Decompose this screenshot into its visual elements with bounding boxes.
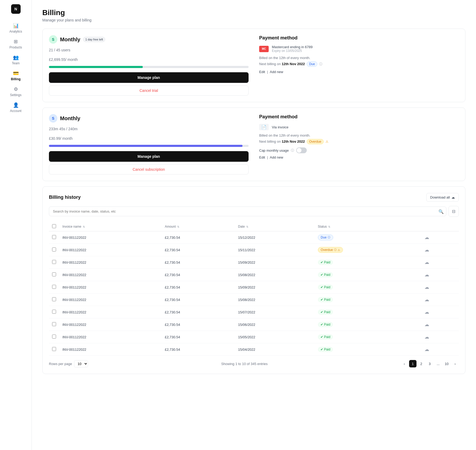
row-download-button[interactable]: ☁ bbox=[424, 334, 429, 340]
search-input[interactable] bbox=[49, 206, 446, 216]
plan1-icon: S bbox=[49, 35, 57, 44]
row-checkbox-9[interactable] bbox=[52, 347, 56, 351]
next-page-button[interactable]: › bbox=[451, 360, 459, 367]
rows-select[interactable]: 10 25 50 bbox=[74, 360, 88, 367]
status-info-icon: ⓘ bbox=[334, 248, 337, 252]
row-download-button[interactable]: ☁ bbox=[424, 346, 429, 352]
billing-history-section: Billing history Download all ☁ 🔍 ⊟ Invoi… bbox=[42, 186, 465, 374]
row-checkbox-1[interactable] bbox=[52, 248, 56, 251]
row-download-cell: ☁ bbox=[421, 331, 459, 343]
plan2-billing-note: Billed on the 12th of every month. bbox=[259, 133, 459, 137]
plan2-invoice-label: Via invoice bbox=[272, 125, 289, 129]
row-download-button[interactable]: ☁ bbox=[424, 259, 429, 265]
download-all-button[interactable]: Download all ☁ bbox=[426, 193, 459, 202]
row-download-button[interactable]: ☁ bbox=[424, 272, 429, 278]
row-checkbox-7[interactable] bbox=[52, 322, 56, 326]
plan1-manage-button[interactable]: Manage plan bbox=[49, 72, 249, 83]
plan2-cancel-button[interactable]: Cancel subscription bbox=[49, 164, 249, 174]
plan2-next-date: 12th Nov 2022 bbox=[282, 140, 305, 143]
row-date: 15/08/2022 bbox=[235, 269, 315, 281]
row-download-cell: ☁ bbox=[421, 269, 459, 281]
page-1-button[interactable]: 1 bbox=[409, 360, 416, 367]
row-checkbox-4[interactable] bbox=[52, 285, 56, 289]
search-icon-button[interactable]: 🔍 bbox=[438, 209, 444, 214]
row-checkbox-2[interactable] bbox=[52, 260, 56, 264]
row-checkbox-0[interactable] bbox=[52, 235, 56, 239]
row-invoice-name: INV-001122022 bbox=[59, 231, 162, 244]
plan2-cap-label: Cap monthly usage bbox=[259, 148, 289, 152]
row-amount: £2,730.54 bbox=[162, 269, 235, 281]
col-checkbox bbox=[49, 222, 59, 231]
table-footer: Rows per page 10 25 50 Showing 1 to 10 o… bbox=[49, 360, 459, 367]
cap-toggle[interactable] bbox=[296, 147, 307, 153]
row-checkbox-cell bbox=[49, 244, 59, 256]
row-download-button[interactable]: ☁ bbox=[424, 309, 429, 315]
row-checkbox-6[interactable] bbox=[52, 310, 56, 314]
row-download-button[interactable]: ☁ bbox=[424, 322, 429, 327]
row-download-cell: ☁ bbox=[421, 256, 459, 269]
select-all-checkbox[interactable] bbox=[52, 224, 56, 228]
plan2-payment-method-row: 📄 Via invoice bbox=[259, 124, 459, 130]
row-download-button[interactable]: ☁ bbox=[424, 247, 429, 253]
sidebar-label-account: Account bbox=[10, 109, 21, 113]
row-download-button[interactable]: ☁ bbox=[424, 284, 429, 290]
row-status-badge: ✔ Paid bbox=[318, 334, 333, 340]
page-2-button[interactable]: 2 bbox=[418, 360, 425, 367]
table-row: INV-001122022 £2,730.54 15/09/2022 ✔ Pai… bbox=[49, 281, 459, 294]
plan1-card-label: Mastercard ending in 6789 bbox=[272, 45, 313, 49]
plan2-payment-title: Payment method bbox=[259, 114, 459, 120]
sidebar-label-products: Products bbox=[10, 46, 22, 49]
row-date: 15/12/2022 bbox=[235, 231, 315, 244]
page-dots-button: ... bbox=[434, 360, 442, 367]
plan2-add-link[interactable]: Add new bbox=[270, 155, 283, 159]
sidebar-label-settings: Settings bbox=[10, 93, 21, 97]
plan1-add-link[interactable]: Add new bbox=[270, 70, 283, 74]
billing-icon: 💳 bbox=[13, 70, 19, 76]
showing-text: Showing 1 to 10 of 345 entries bbox=[221, 362, 268, 366]
sidebar-item-analytics[interactable]: 📊 Analytics bbox=[0, 20, 31, 36]
page-10-button[interactable]: 10 bbox=[443, 360, 450, 367]
plan2-left: S Monthly 233m 45s / 240m £30.99/ month … bbox=[49, 114, 249, 174]
row-invoice-name: INV-001122022 bbox=[59, 331, 162, 343]
plan1-status-badge: Due bbox=[307, 61, 317, 67]
sidebar-item-account[interactable]: 👤 Account bbox=[0, 100, 31, 115]
search-filter-row: 🔍 ⊟ bbox=[49, 206, 459, 217]
table-row: INV-001122022 £2,730.54 15/05/2022 ✔ Pai… bbox=[49, 331, 459, 343]
col-date: Date ⇅ bbox=[235, 222, 315, 231]
status-info-icon: ⓘ bbox=[328, 236, 330, 239]
sidebar-item-products[interactable]: ⊞ Products bbox=[0, 36, 31, 52]
plan2-manage-button[interactable]: Manage plan bbox=[49, 151, 249, 162]
row-download-button[interactable]: ☁ bbox=[424, 297, 429, 303]
row-amount: £2,730.54 bbox=[162, 343, 235, 356]
plan1-progress-fill bbox=[49, 66, 143, 68]
row-checkbox-5[interactable] bbox=[52, 297, 56, 301]
row-invoice-name: INV-001122022 bbox=[59, 343, 162, 356]
sidebar-item-settings[interactable]: ⚙ Settings bbox=[0, 84, 31, 100]
row-status: ✔ Paid bbox=[315, 269, 421, 281]
app-logo: N bbox=[11, 4, 21, 14]
row-amount: £2,730.54 bbox=[162, 244, 235, 256]
filter-button[interactable]: ⊟ bbox=[448, 206, 459, 217]
row-checkbox-cell bbox=[49, 331, 59, 343]
plan1-users: 21 / 45 users bbox=[49, 48, 249, 52]
sidebar-item-team[interactable]: 👥 Team bbox=[0, 52, 31, 68]
row-download-button[interactable]: ☁ bbox=[424, 235, 429, 240]
team-icon: 👥 bbox=[13, 55, 19, 60]
row-status-badge: ✔ Paid bbox=[318, 309, 333, 315]
plan1-cancel-button[interactable]: Cancel trial bbox=[49, 86, 249, 96]
row-date: 15/11/2022 bbox=[235, 244, 315, 256]
row-status-badge: ✔ Paid bbox=[318, 322, 333, 327]
sidebar-label-analytics: Analytics bbox=[9, 30, 22, 33]
sidebar-item-billing[interactable]: 💳 Billing bbox=[0, 68, 31, 84]
row-checkbox-cell bbox=[49, 231, 59, 244]
cap-toggle-slider bbox=[296, 147, 307, 153]
plan1-card-expiry: Expiry on 13/05/2025 bbox=[272, 49, 313, 53]
row-checkbox-3[interactable] bbox=[52, 272, 56, 276]
pagination: ‹ 1 2 3 ... 10 › bbox=[401, 360, 459, 367]
plan1-edit-link[interactable]: Edit bbox=[259, 70, 265, 74]
page-3-button[interactable]: 3 bbox=[426, 360, 433, 367]
row-checkbox-8[interactable] bbox=[52, 335, 56, 339]
prev-page-button[interactable]: ‹ bbox=[401, 360, 408, 367]
row-date: 15/04/2022 bbox=[235, 343, 315, 356]
plan2-edit-link[interactable]: Edit bbox=[259, 155, 265, 159]
